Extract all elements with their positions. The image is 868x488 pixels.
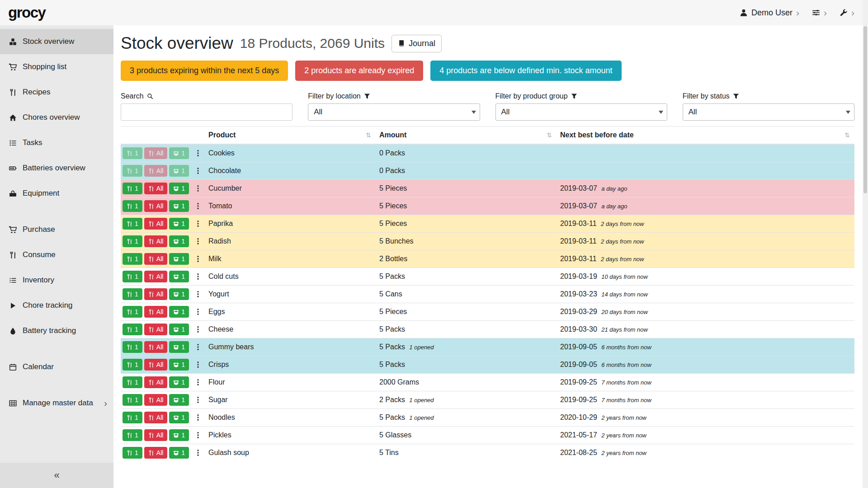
open-one-button[interactable]: 1 — [169, 183, 189, 194]
journal-button[interactable]: Journal — [392, 35, 442, 52]
consume-all-button[interactable]: All — [144, 288, 168, 300]
sidebar-item-purchase[interactable]: Purchase — [0, 217, 113, 242]
consume-all-button[interactable]: All — [144, 429, 168, 441]
row-menu-button[interactable] — [193, 202, 203, 211]
open-one-button[interactable]: 1 — [169, 235, 189, 247]
consume-one-button[interactable]: 1 — [123, 429, 142, 441]
consume-all-button[interactable]: All — [144, 324, 168, 335]
sidebar-item-manage-master-data[interactable]: Manage master data› — [0, 390, 113, 416]
open-one-button[interactable]: 1 — [169, 447, 189, 459]
open-one-button[interactable]: 1 — [169, 253, 189, 265]
sort-icon[interactable]: ⇅ — [366, 131, 372, 139]
sidebar-item-calendar[interactable]: Calendar — [0, 354, 113, 380]
open-one-button[interactable]: 1 — [169, 271, 189, 282]
consume-one-button[interactable]: 1 — [123, 200, 142, 212]
consume-one-button[interactable]: 1 — [123, 271, 142, 282]
consume-one-button[interactable]: 1 — [123, 341, 142, 353]
consume-all-button[interactable]: All — [144, 394, 168, 406]
consume-all-button[interactable]: All — [144, 235, 168, 247]
column-header-product[interactable]: Product⇅ — [205, 127, 376, 145]
consume-all-button[interactable]: All — [144, 376, 168, 388]
sidebar-item-stock-overview[interactable]: Stock overview — [0, 29, 113, 54]
status-filter-select[interactable]: All — [683, 103, 854, 121]
consume-all-button[interactable]: All — [144, 218, 168, 230]
open-one-button[interactable]: 1 — [169, 394, 189, 406]
row-menu-button[interactable] — [193, 219, 203, 228]
row-menu-button[interactable] — [193, 395, 203, 404]
consume-one-button[interactable]: 1 — [123, 253, 142, 265]
row-menu-button[interactable] — [193, 343, 203, 352]
consume-all-button[interactable]: All — [144, 271, 168, 282]
row-menu-button[interactable] — [193, 360, 203, 369]
row-menu-button[interactable] — [193, 184, 203, 193]
alert-below-min-stock[interactable]: 4 products are below defined min. stock … — [430, 61, 621, 81]
sidebar-item-recipes[interactable]: Recipes — [0, 80, 113, 105]
row-menu-button[interactable] — [193, 254, 203, 263]
sidebar-item-tasks[interactable]: Tasks — [0, 130, 113, 155]
consume-all-button[interactable]: All — [144, 165, 168, 177]
alert-expired[interactable]: 2 products are already expired — [295, 61, 423, 81]
location-filter-select[interactable]: All — [308, 103, 480, 121]
consume-one-button[interactable]: 1 — [123, 447, 142, 459]
user-menu[interactable]: Demo User › — [740, 8, 799, 18]
consume-all-button[interactable]: All — [144, 183, 168, 194]
row-menu-button[interactable] — [193, 307, 203, 316]
consume-one-button[interactable]: 1 — [123, 183, 142, 194]
open-one-button[interactable]: 1 — [169, 429, 189, 441]
consume-one-button[interactable]: 1 — [123, 165, 142, 177]
row-menu-button[interactable] — [193, 448, 203, 457]
row-menu-button[interactable] — [193, 290, 203, 299]
consume-one-button[interactable]: 1 — [123, 359, 142, 371]
sidebar-item-chore-tracking[interactable]: Chore tracking — [0, 293, 113, 318]
sidebar-item-batteries-overview[interactable]: Batteries overview — [0, 155, 113, 181]
open-one-button[interactable]: 1 — [169, 324, 189, 335]
scrollbar[interactable] — [863, 0, 868, 488]
open-one-button[interactable]: 1 — [169, 218, 189, 230]
column-header-next-best-before-date[interactable]: Next best before date⇅ — [557, 127, 854, 145]
open-one-button[interactable]: 1 — [169, 412, 189, 423]
sidebar-item-consume[interactable]: Consume — [0, 242, 113, 267]
row-menu-button[interactable] — [193, 378, 203, 387]
consume-all-button[interactable]: All — [144, 253, 168, 265]
consume-all-button[interactable]: All — [144, 412, 168, 423]
consume-all-button[interactable]: All — [144, 341, 168, 353]
consume-one-button[interactable]: 1 — [123, 306, 142, 318]
product-group-filter-select[interactable]: All — [495, 103, 667, 121]
sidebar-item-shopping-list[interactable]: Shopping list — [0, 54, 113, 80]
alert-expiring-soon[interactable]: 3 products expiring within the next 5 da… — [121, 61, 288, 81]
sort-icon[interactable]: ⇅ — [844, 131, 851, 139]
open-one-button[interactable]: 1 — [169, 147, 189, 159]
row-menu-button[interactable] — [193, 431, 203, 440]
row-menu-button[interactable] — [193, 272, 203, 281]
sidebar-item-equipment[interactable]: Equipment — [0, 181, 113, 206]
consume-one-button[interactable]: 1 — [123, 288, 142, 300]
consume-all-button[interactable]: All — [144, 147, 168, 159]
consume-all-button[interactable]: All — [144, 359, 168, 371]
settings-menu[interactable]: › — [812, 9, 827, 17]
row-menu-button[interactable] — [193, 237, 203, 246]
consume-one-button[interactable]: 1 — [123, 235, 142, 247]
search-input[interactable] — [121, 103, 292, 121]
row-menu-button[interactable] — [193, 325, 203, 334]
consume-all-button[interactable]: All — [144, 200, 168, 212]
row-menu-button[interactable] — [193, 149, 203, 158]
consume-one-button[interactable]: 1 — [123, 218, 142, 230]
consume-all-button[interactable]: All — [144, 447, 168, 459]
open-one-button[interactable]: 1 — [169, 376, 189, 388]
open-one-button[interactable]: 1 — [169, 288, 189, 300]
admin-menu[interactable]: › — [840, 9, 854, 17]
column-header-amount[interactable]: Amount⇅ — [376, 127, 557, 145]
open-one-button[interactable]: 1 — [169, 359, 189, 371]
consume-all-button[interactable]: All — [144, 306, 168, 318]
open-one-button[interactable]: 1 — [169, 306, 189, 318]
consume-one-button[interactable]: 1 — [123, 412, 142, 423]
consume-one-button[interactable]: 1 — [123, 376, 142, 388]
sidebar-collapse-button[interactable]: « — [0, 463, 113, 488]
row-menu-button[interactable] — [193, 166, 203, 175]
open-one-button[interactable]: 1 — [169, 341, 189, 353]
open-one-button[interactable]: 1 — [169, 165, 189, 177]
sidebar-item-inventory[interactable]: Inventory — [0, 267, 113, 293]
consume-one-button[interactable]: 1 — [123, 394, 142, 406]
app-logo[interactable]: grocy — [8, 4, 45, 21]
open-one-button[interactable]: 1 — [169, 200, 189, 212]
